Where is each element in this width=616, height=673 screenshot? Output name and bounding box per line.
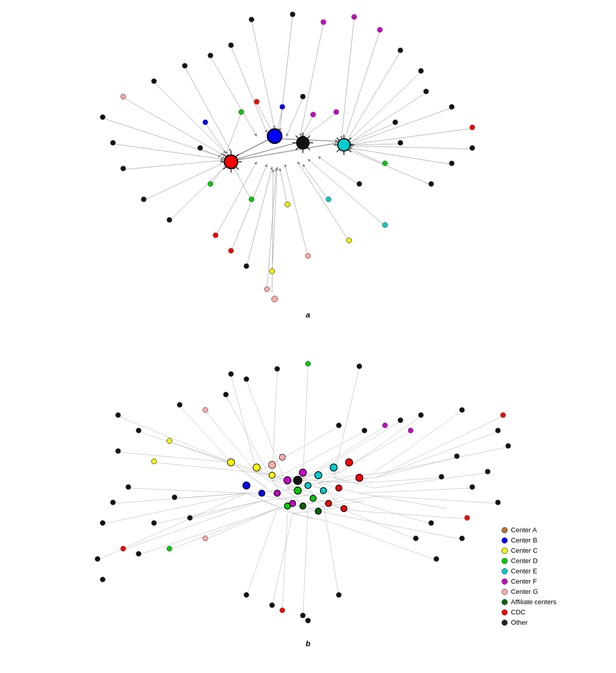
- svg-point-263: [151, 520, 157, 526]
- legend-color-affiliate: [502, 599, 508, 605]
- svg-point-116: [249, 197, 254, 202]
- svg-point-124: [334, 109, 339, 115]
- legend-label-other: Other: [511, 619, 528, 626]
- svg-line-14: [298, 162, 349, 241]
- svg-point-288: [305, 618, 311, 623]
- svg-point-119: [357, 181, 362, 186]
- svg-point-113: [203, 120, 208, 125]
- svg-line-178: [118, 452, 231, 462]
- svg-point-231: [356, 474, 363, 481]
- svg-point-237: [294, 476, 302, 484]
- svg-line-188: [123, 501, 262, 550]
- svg-point-270: [506, 443, 511, 448]
- svg-point-112: [228, 43, 234, 48]
- svg-line-52: [272, 170, 273, 293]
- svg-line-59: [296, 136, 299, 139]
- svg-line-196: [334, 416, 421, 478]
- svg-line-208: [226, 396, 272, 480]
- svg-point-285: [336, 592, 341, 597]
- svg-point-115: [208, 181, 213, 186]
- svg-point-277: [465, 515, 470, 520]
- svg-point-265: [172, 495, 177, 500]
- svg-point-117: [285, 202, 290, 207]
- legend-item-center-e: Center E: [502, 567, 556, 575]
- svg-point-245: [177, 402, 182, 407]
- svg-line-174: [329, 521, 436, 560]
- svg-point-228: [268, 461, 276, 469]
- svg-line-171: [359, 488, 472, 493]
- svg-point-281: [413, 536, 418, 541]
- svg-point-110: [182, 63, 187, 68]
- svg-point-283: [270, 603, 275, 608]
- svg-point-259: [95, 556, 100, 562]
- svg-point-280: [434, 556, 439, 562]
- svg-point-271: [500, 413, 506, 418]
- legend-item-center-d: Center D: [502, 557, 556, 565]
- svg-point-229: [279, 454, 285, 460]
- legend-label-center-f: Center F: [511, 577, 537, 585]
- svg-point-219: [274, 490, 280, 496]
- legend-item-center-c: Center C: [502, 547, 556, 554]
- svg-point-257: [110, 500, 116, 505]
- svg-line-69: [236, 154, 239, 157]
- svg-point-235: [300, 503, 306, 509]
- svg-point-267: [203, 536, 208, 541]
- legend-label-center-d: Center D: [511, 557, 537, 565]
- svg-line-187: [139, 509, 277, 555]
- svg-line-209: [205, 509, 277, 539]
- svg-line-29: [210, 57, 257, 136]
- svg-point-234: [341, 506, 347, 512]
- legend-color-center-g: [502, 589, 508, 595]
- svg-point-282: [408, 428, 413, 433]
- svg-point-230: [345, 459, 353, 466]
- svg-line-211: [175, 493, 246, 498]
- legend-item-cdc: CDC: [502, 608, 556, 616]
- svg-line-176: [385, 416, 503, 473]
- svg-line-60: [307, 136, 310, 139]
- svg-point-253: [116, 413, 121, 418]
- legend-label-cdc: CDC: [511, 608, 525, 616]
- svg-point-118: [326, 197, 331, 202]
- svg-point-99: [228, 248, 234, 253]
- svg-point-275: [470, 484, 475, 490]
- svg-line-198: [287, 426, 385, 488]
- svg-line-193: [246, 509, 277, 596]
- svg-point-274: [485, 469, 490, 474]
- svg-point-95: [346, 238, 352, 243]
- svg-point-233: [325, 500, 332, 507]
- svg-point-221: [315, 472, 322, 479]
- page-container: a: [0, 0, 616, 673]
- svg-point-102: [272, 296, 278, 302]
- svg-line-17: [246, 167, 272, 267]
- svg-point-83: [321, 20, 326, 25]
- legend-label-center-e: Center E: [511, 567, 537, 575]
- svg-point-276: [495, 500, 500, 505]
- svg-point-106: [110, 140, 116, 145]
- svg-line-157: [293, 514, 329, 521]
- svg-line-182: [118, 416, 231, 462]
- svg-line-51: [226, 113, 241, 154]
- svg-point-246: [336, 423, 341, 428]
- svg-point-236: [315, 508, 321, 514]
- svg-point-89: [449, 104, 454, 109]
- svg-line-43: [349, 148, 385, 164]
- svg-line-49: [286, 98, 303, 136]
- svg-line-42: [318, 157, 359, 185]
- svg-line-201: [359, 478, 441, 483]
- svg-point-105: [121, 166, 126, 171]
- svg-line-186: [169, 509, 277, 550]
- legend-label-center-a: Center A: [511, 526, 537, 534]
- svg-point-84: [352, 14, 357, 20]
- svg-point-90: [470, 125, 475, 130]
- svg-point-251: [136, 428, 141, 433]
- legend-color-center-f: [502, 578, 508, 585]
- legend-label-center-b: Center B: [511, 536, 537, 544]
- svg-line-77: [337, 138, 340, 141]
- svg-line-0: [252, 21, 275, 128]
- svg-point-216: [259, 490, 265, 496]
- svg-point-86: [398, 48, 403, 53]
- svg-line-184: [154, 462, 257, 473]
- svg-line-203: [359, 493, 447, 509]
- svg-point-82: [290, 12, 295, 17]
- legend-item-center-b: Center B: [502, 536, 556, 544]
